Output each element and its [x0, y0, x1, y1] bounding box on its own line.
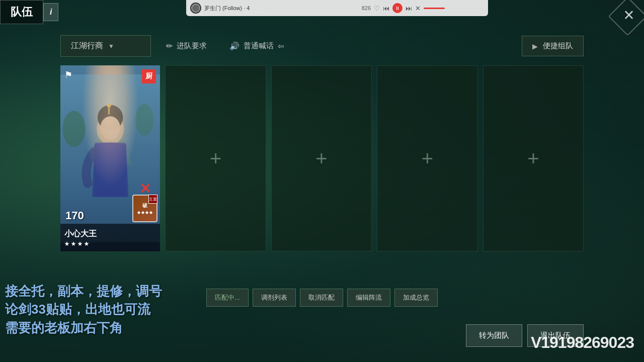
svg-point-2	[135, 104, 153, 136]
music-controls: 826 ♡ ⏮ ⏸ ⏭ ✕	[362, 3, 421, 13]
join-req-button[interactable]: ✏ 进队要求	[158, 36, 214, 56]
top-header: 队伍 i	[0, 0, 58, 24]
team-slot-5[interactable]: +	[483, 65, 584, 251]
quick-team-button[interactable]: ▶ 便捷组队	[522, 36, 584, 56]
matching-popup: 匹配中... 调剂列表 取消匹配 编辑阵流 加成总览	[206, 289, 438, 307]
add-member-icon-4: +	[422, 148, 433, 168]
skill-level-badge: 五重	[148, 195, 157, 204]
star-4	[84, 241, 89, 246]
skill-icon: 五重 破 ◆ ◆ ◆ ◆	[132, 195, 157, 222]
add-overview-button[interactable]: 加成总览	[394, 289, 438, 307]
play-button[interactable]: ⏸	[392, 3, 403, 13]
flag-icon: ⚑	[64, 69, 72, 80]
close-music-icon[interactable]: ✕	[415, 5, 421, 12]
progress-fill	[424, 8, 445, 9]
add-member-icon-2: +	[210, 148, 221, 168]
chevron-down-icon: ▼	[108, 43, 114, 50]
pencil-icon: ✏	[166, 41, 173, 51]
skill-label-text: 破	[142, 202, 147, 209]
team-slots: ⚑ 厨 ✕ 170 五重 破 ◆ ◆ ◆ ◆ 小心大王	[60, 65, 584, 251]
join-req-label: 进队要求	[177, 41, 207, 51]
speaker-icon: 🔊	[229, 41, 239, 51]
svg-point-8	[107, 104, 111, 107]
dui-wu-button[interactable]: 队伍	[0, 0, 43, 24]
add-member-icon-5: +	[527, 148, 539, 168]
music-progress	[424, 8, 484, 9]
toolbar-right: ▶ 便捷组队	[522, 36, 584, 56]
music-player: 罗生门 (Follow) · 4 826 ♡ ⏮ ⏸ ⏭ ✕	[186, 0, 488, 16]
team-slot-3[interactable]: +	[271, 65, 372, 251]
level-badge: 170	[65, 209, 84, 222]
character-card: ⚑ 厨 ✕ 170 五重 破 ◆ ◆ ◆ ◆ 小心大王	[60, 65, 160, 251]
music-avatar	[190, 3, 201, 14]
cancel-match-button[interactable]: 取消匹配	[300, 289, 343, 307]
shout-label: 普通喊话	[244, 41, 274, 51]
shout-arrow-icon: ⇦	[278, 42, 284, 51]
chevron-right-icon: ▶	[532, 42, 538, 50]
convert-team-button[interactable]: 转为团队	[466, 324, 522, 347]
add-member-icon-3: +	[315, 148, 327, 168]
next-icon[interactable]: ⏭	[406, 5, 412, 12]
heart-icon[interactable]: ♡	[374, 5, 380, 12]
view-list-button[interactable]: 调剂列表	[253, 289, 296, 307]
chu-badge: 厨	[142, 69, 156, 83]
info-button[interactable]: i	[43, 3, 58, 21]
svg-point-9	[100, 116, 120, 140]
team-slot-4[interactable]: +	[377, 65, 477, 251]
svg-point-1	[63, 111, 86, 147]
shout-button[interactable]: 🔊 普通喊话 ⇦	[222, 36, 292, 56]
quick-team-label: 便捷组队	[543, 41, 573, 51]
source-label: 826	[362, 5, 371, 11]
star-3	[77, 241, 83, 246]
prev-icon[interactable]: ⏮	[383, 5, 389, 12]
category-dropdown[interactable]: 江湖行商 ▼	[60, 35, 151, 57]
team-slot-2[interactable]: +	[165, 65, 266, 251]
close-button[interactable]: ×	[614, 0, 644, 30]
category-label: 江湖行商	[71, 41, 103, 51]
character-name-bar: 小心大王	[60, 224, 160, 251]
close-x-icon: ×	[623, 5, 634, 26]
matching-status: 匹配中...	[206, 289, 249, 307]
watermark: V19198269023	[531, 333, 634, 352]
star-2	[71, 241, 76, 246]
star-1	[64, 241, 69, 246]
character-name: 小心大王	[64, 229, 97, 239]
music-track: 罗生门 (Follow) · 4	[204, 5, 359, 12]
toolbar: 江湖行商 ▼ ✏ 进队要求 🔊 普通喊话 ⇦ ▶ 便捷组队	[60, 35, 584, 57]
edit-formation-button[interactable]: 编辑阵流	[347, 289, 390, 307]
character-slot-1: ⚑ 厨 ✕ 170 五重 破 ◆ ◆ ◆ ◆ 小心大王	[60, 65, 160, 251]
star-row	[64, 241, 97, 246]
